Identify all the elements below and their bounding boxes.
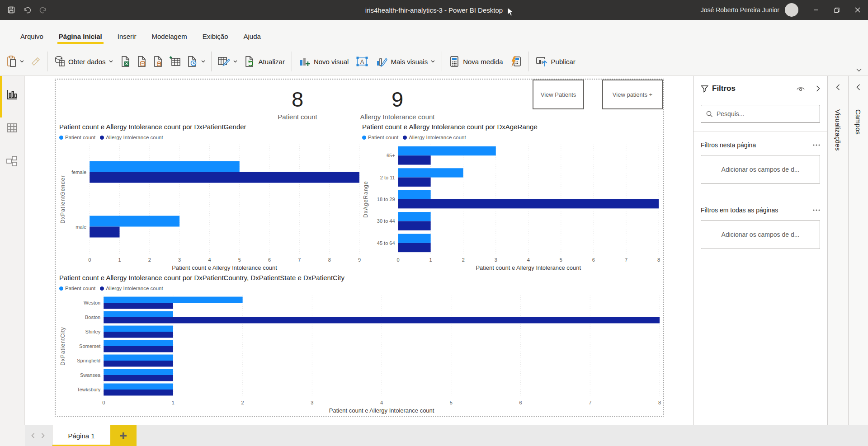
legend-item: Allergy Intolerance count [100,286,163,291]
tab-ajuda[interactable]: Ajuda [236,33,269,47]
kpi-value: 8 [248,88,347,111]
data-hub-button[interactable] [133,51,150,72]
ribbon-toolbar: Obter dados Atualizar Novo visual A Mais… [0,47,868,76]
search-icon [706,110,713,117]
titlebar: iris4health-fhir-analytics-3 - Power BI … [0,0,868,20]
chevron-down-icon [109,60,113,63]
new-measure-button[interactable]: Nova medida [445,51,507,72]
page-tabs-bar: Página 1 [0,425,868,446]
next-page-icon[interactable] [41,433,45,438]
svg-text:9: 9 [358,257,361,263]
svg-text:female: female [71,169,86,175]
refresh-button[interactable]: Atualizar [241,51,289,72]
get-data-button[interactable]: Obter dados [50,51,117,72]
svg-text:7: 7 [298,257,301,263]
more-visuals-button[interactable]: Mais visuais [372,51,439,72]
transform-data-button[interactable] [214,51,241,72]
all-pages-filters-dropzone[interactable]: Adicionar os campos de d... [701,220,820,249]
svg-text:8: 8 [328,257,331,263]
chevron-down-icon [201,60,205,63]
svg-text:2: 2 [462,257,465,263]
toolbar-separator [292,52,292,71]
tab-arquivo[interactable]: Arquivo [13,33,51,47]
svg-text:0: 0 [397,257,400,263]
kpi-patient-count[interactable]: 8 Patient count [248,88,347,121]
svg-text:1: 1 [118,257,121,263]
chart-age-range[interactable]: Patient count e Allergy Intolerance coun… [362,123,662,272]
previous-page-icon[interactable] [31,433,35,438]
view-patients-plus-button[interactable]: View patients + [602,80,663,109]
chart-city[interactable]: Patient count e Allergy Intolerance coun… [59,274,663,415]
data-view-button[interactable] [6,122,18,134]
account-name[interactable]: José Roberto Pereira Junior [701,6,779,14]
legend-item: Allergy Intolerance count [100,135,163,140]
filters-title: Filtros [712,84,736,93]
expand-pane-icon[interactable] [856,84,860,90]
svg-text:1: 1 [429,257,432,263]
svg-text:2: 2 [241,400,244,405]
chart-title: Patient count e Allergy Intolerance coun… [362,123,662,133]
fields-pane-collapsed[interactable]: Campos [848,76,868,425]
chart-plot: 01234567865+2 to 1118 to 2930 to 4445 to… [362,142,662,272]
expand-pane-icon[interactable] [836,84,840,90]
toolbar-separator [442,52,442,71]
redo-icon[interactable] [39,6,48,14]
chart-gender[interactable]: Patient count e Allergy Intolerance coun… [59,123,363,272]
enter-data-button[interactable] [166,51,184,72]
format-painter-button[interactable] [27,51,44,72]
avatar[interactable] [785,3,798,17]
tab-inserir[interactable]: Inserir [110,33,144,47]
svg-text:4: 4 [380,400,383,405]
svg-text:6: 6 [592,257,595,263]
filters-panel: Filtros Filtros nesta página Adicionar o… [693,76,827,425]
add-page-button[interactable] [110,425,137,446]
svg-text:male: male [75,224,86,230]
view-patients-button[interactable]: View Patients [533,80,584,109]
svg-text:18 to 29: 18 to 29 [377,197,395,202]
page-tab-pagina-1[interactable]: Página 1 [52,425,110,446]
svg-text:45 to 64: 45 to 64 [377,240,395,246]
report-canvas[interactable]: 8 Patient count 9 Allergy Intolerance co… [25,76,693,425]
paste-button[interactable] [4,51,27,72]
toolbar-separator [528,52,528,71]
publish-button[interactable]: Publicar [531,51,580,72]
svg-text:2 to 11: 2 to 11 [380,175,395,180]
new-visual-button[interactable]: Novo visual [295,51,353,72]
save-icon[interactable] [7,6,15,14]
mouse-cursor [507,7,514,19]
undo-icon[interactable] [23,6,32,14]
close-button[interactable] [847,0,868,20]
tab-modelagem[interactable]: Modelagem [144,33,194,47]
collapse-filters-icon[interactable] [816,85,820,92]
more-options-icon[interactable] [813,209,820,211]
svg-text:3: 3 [311,400,313,405]
sql-server-button[interactable] [150,51,166,72]
tab-exibicao[interactable]: Exibição [195,33,236,47]
model-view-button[interactable] [6,155,19,167]
kpi-label: Patient count [248,113,347,121]
eye-icon[interactable] [796,85,805,92]
kpi-allergy-count[interactable]: 9 Allergy Intolerance count [348,88,447,121]
text-box-button[interactable]: A [353,51,372,72]
database-icon [54,56,65,67]
quick-measure-button[interactable] [507,51,525,72]
report-view-button[interactable] [6,89,18,100]
visualizations-pane-collapsed[interactable]: Visualizações [827,76,848,425]
tab-pagina-inicial[interactable]: Página Inicial [51,33,110,47]
excel-workbook-button[interactable] [117,51,133,72]
maximize-button[interactable] [826,0,847,20]
plus-icon [119,432,127,440]
divider [693,131,827,131]
collapse-ribbon-button[interactable] [856,66,862,74]
filters-search[interactable] [701,105,820,123]
page-filters-dropzone[interactable]: Adicionar os campos de d... [701,155,820,184]
search-input[interactable] [717,110,815,117]
report-page[interactable]: 8 Patient count 9 Allergy Intolerance co… [55,79,664,417]
chart-legend: Patient countAllergy Intolerance count [59,284,663,293]
more-options-icon[interactable] [813,144,820,146]
svg-text:Somerset: Somerset [79,343,100,349]
ribbon-tab-strip: Arquivo Página Inicial Inserir Modelagem… [0,20,868,47]
svg-text:1: 1 [172,400,175,405]
minimize-button[interactable] [806,0,826,20]
recent-sources-button[interactable] [184,51,208,72]
